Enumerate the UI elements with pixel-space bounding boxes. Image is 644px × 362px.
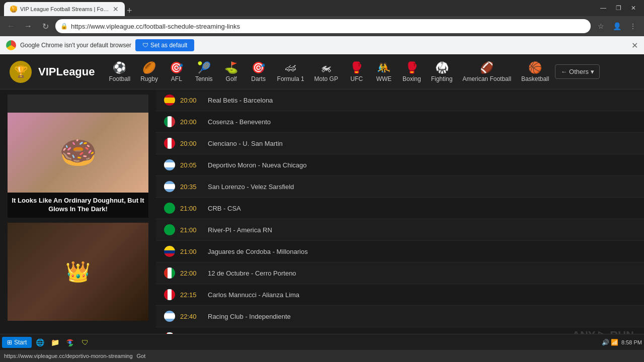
nav-wwe[interactable]: 🤼 WWE <box>371 58 396 85</box>
status-url: https://www.vipleague.cc/deportivo-moron… <box>4 353 133 359</box>
flag-spain <box>164 95 175 106</box>
lock-icon: 🔒 <box>60 23 68 30</box>
nav-ufc-label: UFC <box>351 75 363 82</box>
url-text: https://www.vipleague.cc/football-schedu… <box>71 23 586 30</box>
nav-ufc[interactable]: 🥊 UFC <box>344 58 369 85</box>
back-button[interactable]: ← <box>4 19 18 33</box>
refresh-button[interactable]: ↻ <box>38 19 52 33</box>
match-row[interactable]: 20:00 Cosenza - Benevento <box>156 111 644 133</box>
ad-caption: It Looks Like An Ordinary Doughnut, But … <box>8 193 148 218</box>
others-chevron-icon: ▾ <box>591 68 594 75</box>
match-row[interactable]: 20:35 San Lorenzo - Velez Sarsfield <box>156 176 644 198</box>
nav-tennis[interactable]: 🎾 Tennis <box>191 58 217 85</box>
tab-close-button[interactable]: ✕ <box>113 5 119 13</box>
profile-button[interactable]: 👤 <box>610 19 624 33</box>
chrome-notification: Google Chrome isn't your default browser… <box>0 36 644 54</box>
nav-darts[interactable]: 🎯 Darts <box>246 58 271 85</box>
match-time: 20:00 <box>180 97 203 104</box>
match-teams: San Lorenzo - Velez Sarsfield <box>208 183 294 191</box>
nav-golf-label: Golf <box>226 75 237 82</box>
new-tab-button[interactable]: + <box>127 6 132 16</box>
others-dropdown-button[interactable]: ← Others ▾ <box>555 64 600 79</box>
active-tab[interactable]: 🏆 VIP League Football Streams | Footb...… <box>4 2 125 16</box>
site-logo[interactable]: 🏆 VIPLeague <box>8 59 95 84</box>
nav-golf[interactable]: ⛳ Golf <box>219 58 244 85</box>
donut-image: 🍩 <box>8 113 148 193</box>
tab-title: VIP League Football Streams | Footb... <box>20 6 110 12</box>
start-icon: ⊞ <box>7 339 12 346</box>
motogp-icon: 🏍 <box>320 61 332 74</box>
nav-boxing-label: Boxing <box>403 75 421 82</box>
match-row[interactable]: 22:15 Carlos Mannucci - Alianza Lima <box>156 284 644 306</box>
toolbar-right: ☆ 👤 ⋮ <box>594 19 640 33</box>
match-row[interactable]: 20:05 Deportivo Moron - Nueva Chicago <box>156 154 644 176</box>
match-row[interactable]: 21:00 River-PI - America RN <box>156 219 644 241</box>
maximize-button[interactable]: ❐ <box>612 3 625 13</box>
match-row[interactable]: 21:00 Jaguares de Cordoba - Millonarios <box>156 241 644 262</box>
ad-image-2: 👑 <box>8 223 148 321</box>
match-teams: Cosenza - Benevento <box>208 118 271 126</box>
main-nav: ⚽ Football 🏉 Rugby 🎯 AFL 🎾 Tennis ⛳ Golf… <box>105 58 636 85</box>
close-button[interactable]: ✕ <box>627 3 640 13</box>
match-teams: Deportivo Moron - Nueva Chicago <box>208 161 307 169</box>
nav-boxing[interactable]: 🥊 Boxing <box>398 58 425 85</box>
left-sidebar: 🍩 It Looks Like An Ordinary Doughnut, Bu… <box>0 89 156 362</box>
nav-darts-label: Darts <box>251 75 266 82</box>
nav-rugby[interactable]: 🏉 Rugby <box>136 58 162 85</box>
match-teams: CRB - CSA <box>208 205 241 212</box>
start-button[interactable]: ⊞ Start <box>2 337 32 348</box>
tennis-icon: 🎾 <box>197 61 211 74</box>
match-teams: River-PI - America RN <box>208 226 272 234</box>
flag-peru <box>164 289 175 300</box>
nav-fighting-label: Fighting <box>431 75 453 82</box>
forward-button[interactable]: → <box>21 19 35 33</box>
logo-text: VIPLeague <box>38 65 95 78</box>
nav-american-football[interactable]: 🏈 American Football <box>458 58 515 85</box>
taskbar-chrome-icon[interactable] <box>63 335 77 349</box>
taskbar-time: 8:58 PM <box>621 339 642 345</box>
match-time: 21:00 <box>180 226 203 234</box>
match-time: 20:00 <box>180 140 203 147</box>
flag-brazil <box>164 203 175 214</box>
schedule-panel: 20:00 Real Betis - Barcelona 20:00 Cosen… <box>156 89 644 362</box>
flag-colombia <box>164 246 175 257</box>
taskbar: ⊞ Start 🌐 📁 🛡 🔊 📶 8:58 PM <box>0 334 644 350</box>
nav-football[interactable]: ⚽ Football <box>105 58 134 85</box>
match-row[interactable]: 20:00 Real Betis - Barcelona <box>156 89 644 111</box>
nav-formula1-label: Formula 1 <box>277 75 304 82</box>
match-row[interactable]: 22:00 12 de Octubre - Cerro Porteno <box>156 262 644 284</box>
status-bar: https://www.vipleague.cc/deportivo-moron… <box>0 350 644 362</box>
ad-placeholder-1: 🍩 It Looks Like An Ordinary Doughnut, Bu… <box>8 95 148 218</box>
taskbar-ie-icon[interactable]: 🌐 <box>33 335 47 349</box>
nav-fighting[interactable]: 🥋 Fighting <box>427 58 457 85</box>
nav-afl[interactable]: 🎯 AFL <box>164 58 189 85</box>
rugby-icon: 🏉 <box>142 61 156 74</box>
minimize-button[interactable]: — <box>597 3 610 13</box>
nav-american-football-label: American Football <box>462 75 511 82</box>
main-content: 🍩 It Looks Like An Ordinary Doughnut, Bu… <box>0 89 644 362</box>
nav-motogp[interactable]: 🏍 Moto GP <box>310 58 342 85</box>
taskbar-folder-icon[interactable]: 📁 <box>48 335 62 349</box>
afl-icon: 🎯 <box>170 61 183 74</box>
site-header: 🏆 VIPLeague ⚽ Football 🏉 Rugby 🎯 AFL 🎾 T… <box>0 54 644 89</box>
basketball-icon: 🏀 <box>528 61 542 74</box>
nav-formula1[interactable]: 🏎 Formula 1 <box>273 58 308 85</box>
nav-basketball[interactable]: 🏀 Basketball <box>517 58 553 85</box>
set-default-button[interactable]: 🛡 Set as default <box>135 39 194 51</box>
taskbar-shield-icon[interactable]: 🛡 <box>78 335 92 349</box>
match-row[interactable]: 22:40 Racing Club - Independiente <box>156 306 644 327</box>
window-controls: — ❐ ✕ <box>597 3 640 13</box>
flag-brazil <box>164 224 175 235</box>
match-row[interactable]: 20:00 Cienciano - U. San Martin <box>156 133 644 154</box>
match-time: 21:00 <box>180 205 203 212</box>
address-bar[interactable]: 🔒 https://www.vipleague.cc/football-sche… <box>55 19 591 33</box>
svg-text:🏆: 🏆 <box>14 65 28 78</box>
match-row[interactable]: 21:00 CRB - CSA <box>156 198 644 219</box>
american-football-icon: 🏈 <box>480 61 494 74</box>
notification-close-button[interactable]: ✕ <box>631 41 638 50</box>
formula1-icon: 🏎 <box>285 61 296 74</box>
ufc-icon: 🥊 <box>350 61 363 74</box>
menu-button[interactable]: ⋮ <box>626 19 640 33</box>
bookmark-button[interactable]: ☆ <box>594 19 608 33</box>
golf-icon: ⛳ <box>224 61 238 74</box>
